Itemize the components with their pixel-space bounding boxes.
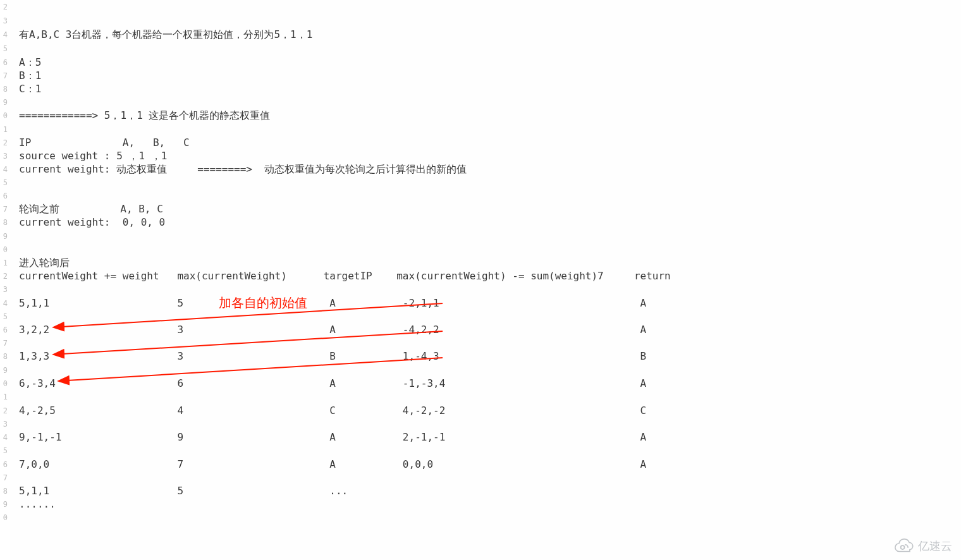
line-number: 6 xyxy=(0,58,8,68)
text-line: 轮询之前 A, B, C xyxy=(19,202,163,216)
line-number: 5 xyxy=(0,446,8,456)
line-number: 4 xyxy=(0,298,8,308)
line-number: 5 xyxy=(0,312,8,322)
line-number: 6 xyxy=(0,460,8,470)
line-number: 0 xyxy=(0,513,8,523)
line-number: 6 xyxy=(0,325,8,335)
table-row: 9,-1,-1 9 A 2,-1,-1 A xyxy=(19,430,646,444)
table-row: 5,1,1 5 A -2,1,1 A xyxy=(19,296,646,310)
line-number: 4 xyxy=(0,30,8,40)
cloud-icon xyxy=(893,539,914,554)
line-number: 8 xyxy=(0,486,8,496)
line-number: 9 xyxy=(0,231,8,241)
line-number: 2 xyxy=(0,406,8,416)
text-line: current weight: 0, 0, 0 xyxy=(19,216,165,229)
text-line: current weight: 动态权重值 ========> 动态权重值为每次… xyxy=(19,162,467,176)
line-number: 0 xyxy=(0,245,8,255)
line-number: 5 xyxy=(0,178,8,188)
annotation-text: 加各自的初始值 xyxy=(219,295,307,312)
table-header-line: currentWeight += weight max(currentWeigh… xyxy=(19,269,671,283)
text-line: C：1 xyxy=(19,82,41,96)
watermark: 亿速云 xyxy=(893,539,952,554)
text-line: ...... xyxy=(19,497,56,511)
line-number: 5 xyxy=(0,44,8,54)
line-number: 3 xyxy=(0,284,8,295)
line-number: 1 xyxy=(0,258,8,268)
line-number: 7 xyxy=(0,473,8,483)
table-row: 4,-2,5 4 C 4,-2,-2 C xyxy=(19,404,646,418)
line-number: 9 xyxy=(0,97,8,107)
line-number: 8 xyxy=(0,217,8,228)
line-number: 4 xyxy=(0,164,8,174)
line-number: 9 xyxy=(0,499,8,509)
line-number: 1 xyxy=(0,125,8,135)
line-number: 3 xyxy=(0,419,8,429)
line-number: 0 xyxy=(0,111,8,121)
line-number: 2 xyxy=(0,138,8,148)
line-number: 7 xyxy=(0,204,8,214)
line-number-gutter: 234567890123456789012345678901234567890 xyxy=(0,0,10,560)
text-line: 有A,B,C 3台机器，每个机器给一个权重初始值，分别为5，1，1 xyxy=(19,28,312,42)
watermark-text: 亿速云 xyxy=(918,539,952,554)
line-number: 8 xyxy=(0,351,8,362)
line-number: 6 xyxy=(0,191,8,201)
svg-point-3 xyxy=(901,545,905,549)
text-line: A：5 xyxy=(19,56,41,70)
line-number: 7 xyxy=(0,338,8,348)
line-number: 3 xyxy=(0,16,8,26)
text-line: B：1 xyxy=(19,69,41,83)
line-number: 0 xyxy=(0,379,8,389)
table-row: 6,-3,4 6 A -1,-3,4 A xyxy=(19,377,646,391)
table-row: 1,3,3 3 B 1,-4,3 B xyxy=(19,350,646,363)
line-number: 9 xyxy=(0,365,8,375)
table-row: 3,2,2 3 A -4,2,2 A xyxy=(19,323,646,337)
table-row: 5,1,1 5 ... xyxy=(19,484,348,498)
text-line: ============> 5，1，1 这是各个机器的静态权重值 xyxy=(19,109,270,123)
line-number: 2 xyxy=(0,271,8,281)
text-line: 进入轮询后 xyxy=(19,256,70,270)
table-row: 7,0,0 7 A 0,0,0 A xyxy=(19,458,646,472)
line-number: 2 xyxy=(0,2,8,12)
line-number: 4 xyxy=(0,432,8,442)
line-number: 1 xyxy=(0,392,8,402)
line-number: 8 xyxy=(0,84,8,94)
line-number: 3 xyxy=(0,151,8,161)
text-line: source weight : 5 ，1 ，1 xyxy=(19,149,167,163)
text-line: IP A, B, C xyxy=(19,136,190,150)
line-number: 7 xyxy=(0,71,8,81)
